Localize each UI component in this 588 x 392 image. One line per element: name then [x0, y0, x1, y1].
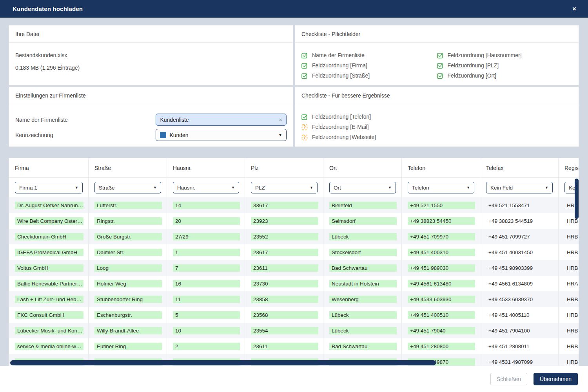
tag-color-swatch	[160, 132, 166, 138]
apply-button[interactable]: Übernehmen	[534, 373, 578, 385]
mapping-select-value: Ort	[334, 185, 341, 191]
table-cell: Lübeck	[323, 323, 402, 338]
table-cell: Lübeck	[323, 229, 402, 244]
close-button[interactable]: Schließen	[490, 373, 527, 385]
chevron-down-icon: ▼	[73, 186, 78, 190]
table-cell: HRB	[559, 354, 579, 366]
table-cell: HRB	[559, 323, 579, 338]
checklist-item: Feldzuordnung [Hausnummer]	[437, 52, 573, 58]
checklist-item: Feldzuordnung [Straße]	[301, 72, 437, 79]
cell-value: HRA	[564, 280, 579, 287]
chevron-down-icon: ▼	[543, 186, 548, 190]
column-mapping-cell: Telefon▼	[402, 178, 480, 197]
table-cell: 23617	[245, 244, 323, 260]
mapped-cell-value: 23617	[251, 249, 318, 256]
column-mapping-select[interactable]: Straße▼	[94, 182, 161, 193]
chevron-down-icon: ▼	[151, 186, 157, 190]
table-cell: Stockelsdorf	[323, 244, 402, 260]
mapped-cell-value: +49 451 280800	[408, 343, 475, 350]
table-cell: +49 38823 54450	[402, 213, 480, 229]
mapping-select-value: PLZ	[255, 185, 265, 191]
column-mapping-select[interactable]: Kein Feld▼	[486, 182, 553, 193]
mapped-cell-value: 23923	[251, 217, 318, 225]
mapped-cell-value: Bad Schwartau	[329, 264, 397, 272]
required-checklist-panel: Checkliste - Pflichtfelder Name der Firm…	[295, 25, 579, 85]
table-cell: HRB	[559, 307, 579, 323]
checklist-item: Feldzuordnung [Ort]	[437, 72, 573, 79]
mapped-cell-value: Voltus GmbH	[15, 264, 83, 272]
table-header-row: FirmaStraßeHausnr.PlzOrtTelefonTelefaxRe…	[9, 158, 579, 178]
column-mapping-select[interactable]: Telefon▼	[408, 182, 474, 193]
mapped-cell-value: 2	[173, 343, 240, 350]
table-cell: +49 451 400310	[402, 244, 480, 260]
dialog-footer: Schließen Übernehmen	[0, 366, 588, 392]
cell-value: +49 521 1553471	[486, 202, 554, 209]
table-cell: 5	[167, 307, 245, 323]
mapped-cell-value: 14	[173, 202, 240, 209]
dialog-header: Kundendaten hochladen ×	[0, 0, 588, 18]
table-cell: 14	[167, 197, 245, 213]
mapped-cell-value: 23858	[251, 296, 318, 303]
mapped-cell-value: Stubbendorfer Ring	[94, 296, 162, 303]
question-icon: ?	[301, 134, 308, 141]
table-cell: +49 451 989030	[402, 260, 480, 276]
mapping-select-value: Firma 1	[19, 185, 37, 191]
table-cell: +49 521 1550	[402, 197, 480, 213]
table-cell: +49 521 1553471	[480, 197, 559, 213]
dialog-title: Kundendaten hochladen	[0, 5, 83, 12]
column-header: Register	[559, 158, 579, 178]
mapped-cell-value: +49 451 400310	[408, 249, 475, 256]
mapped-cell-value: 33617	[251, 202, 318, 209]
close-icon[interactable]: ×	[572, 5, 576, 12]
checklist-item-label: Feldzuordnung [Hausnummer]	[448, 52, 522, 58]
column-mapping-select[interactable]: Ort▼	[329, 182, 396, 193]
table-row: Checkdomain GmbHGroße Burgstr.27/2923552…	[9, 229, 579, 244]
svg-text:?: ?	[303, 125, 306, 129]
chevron-down-icon: ▼	[278, 133, 282, 137]
file-size: 0,183 MB (1.296 Einträge)	[15, 65, 287, 71]
mapped-cell-value: +49 4561 613480	[408, 280, 475, 287]
column-mapping-select[interactable]: PLZ▼	[251, 182, 318, 193]
mapped-cell-value: Bielefeld	[329, 202, 397, 209]
checklist-item-label: Feldzuordnung [Firma]	[312, 62, 367, 69]
checklist-item: ?Feldzuordnung [Webseite]	[301, 134, 572, 140]
mapped-cell-value: Neustadt in Holstein	[329, 280, 397, 287]
horizontal-scrollbar[interactable]	[10, 360, 436, 365]
mapped-cell-value: 16	[173, 280, 240, 287]
tag-select[interactable]: Kunden ▼	[156, 129, 287, 141]
cell-value: +49 4533 6039370	[486, 296, 554, 303]
checked-icon	[437, 52, 444, 59]
column-mapping-cell: Ort▼	[323, 178, 402, 197]
column-mapping-select[interactable]: Hausnr.▼	[173, 182, 239, 193]
column-mapping-select[interactable]: Firma 1▼	[15, 182, 83, 193]
table-cell: +49 451 79040	[402, 323, 480, 338]
list-name-input[interactable]: Kundenliste ×	[156, 114, 287, 126]
mapped-cell-value: Willy-Brandt-Allee	[94, 327, 162, 334]
table-cell: Wire Belt Company Oster…	[9, 213, 89, 229]
mapped-cell-value: 1	[173, 249, 240, 256]
table-cell: +49 4561 6134809	[480, 276, 559, 291]
table-cell: 23568	[245, 307, 323, 323]
list-name-value: Kundenliste	[160, 117, 189, 123]
table-cell: Lutterstr.	[89, 197, 167, 213]
table-cell: IGEFA ProMedical GmbH	[9, 244, 89, 260]
table-cell: 1	[167, 244, 245, 260]
table-cell: Selmsdorf	[323, 213, 402, 229]
table-cell: 10	[167, 323, 245, 338]
table-cell: Große Burgstr.	[89, 229, 167, 244]
table-cell: +49 451 7904100	[480, 323, 559, 338]
question-icon: ?	[301, 124, 308, 130]
mapped-cell-value: 23568	[251, 311, 318, 319]
mapped-cell-value: Dr. August Oetker Nahrun…	[15, 202, 83, 209]
mapped-cell-value: Lübecker Musik- und Kon…	[15, 327, 83, 334]
table-cell: 7	[167, 260, 245, 276]
vertical-scrollbar[interactable]	[575, 179, 579, 219]
mapped-cell-value: +49 38823 54450	[408, 217, 475, 225]
table-cell: HRB	[559, 338, 579, 354]
checked-icon	[301, 62, 308, 69]
mapped-cell-value: +49 4533 603930	[408, 296, 475, 303]
clear-input-icon[interactable]: ×	[279, 116, 282, 123]
cell-value: HRB	[564, 327, 579, 334]
mapped-cell-value: Eschenburgstr.	[94, 311, 162, 319]
mapped-cell-value: Wesenberg	[329, 296, 397, 303]
